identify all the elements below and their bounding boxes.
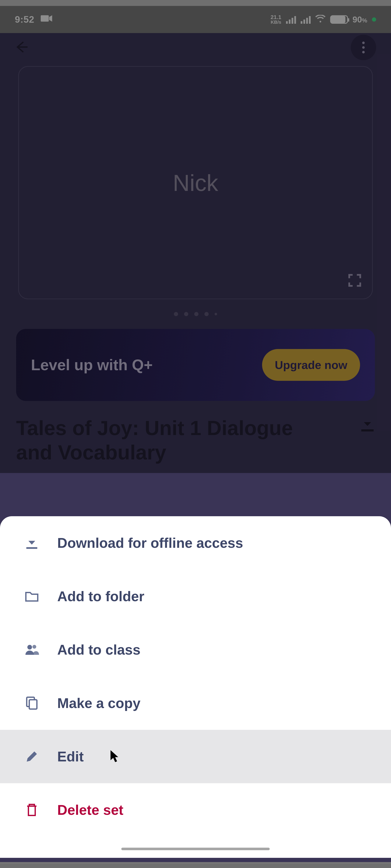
modal-scrim[interactable] xyxy=(0,6,391,473)
menu-label: Add to class xyxy=(57,642,140,658)
menu-label: Download for offline access xyxy=(57,535,243,551)
menu-make-copy[interactable]: Make a copy xyxy=(0,676,391,730)
options-bottom-sheet: Download for offline access Add to folde… xyxy=(0,516,391,858)
menu-label: Add to folder xyxy=(57,588,144,604)
svg-rect-5 xyxy=(29,700,37,709)
menu-add-to-class[interactable]: Add to class xyxy=(0,623,391,676)
svg-point-3 xyxy=(32,645,36,649)
trash-icon xyxy=(23,802,40,818)
svg-point-2 xyxy=(27,645,32,650)
people-icon xyxy=(23,641,40,658)
menu-add-to-folder[interactable]: Add to folder xyxy=(0,569,391,623)
mouse-cursor-icon xyxy=(110,750,120,763)
copy-icon xyxy=(23,695,40,712)
menu-delete-set[interactable]: Delete set xyxy=(0,783,391,837)
download-icon xyxy=(23,534,40,551)
pencil-icon xyxy=(23,748,40,765)
app-screen: 9:52 21.1 KB/s 90% xyxy=(0,6,391,862)
folder-icon xyxy=(23,588,40,605)
svg-rect-1 xyxy=(26,547,37,549)
dimmed-app-content: 9:52 21.1 KB/s 90% xyxy=(0,6,391,473)
menu-label: Edit xyxy=(57,748,84,765)
menu-download-offline[interactable]: Download for offline access xyxy=(0,516,391,569)
menu-edit[interactable]: Edit xyxy=(0,730,391,783)
menu-label: Delete set xyxy=(57,802,123,818)
home-gesture-bar[interactable] xyxy=(121,848,270,850)
menu-label: Make a copy xyxy=(57,695,141,711)
